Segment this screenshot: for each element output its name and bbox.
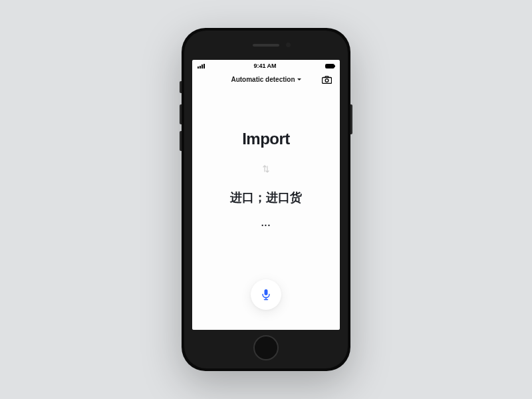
camera-button[interactable] [322,74,332,86]
microphone-icon [261,289,271,301]
screen: 9:41 AM Automatic detection [192,60,340,330]
svg-rect-2 [265,289,268,295]
volume-down-button [180,131,182,151]
mute-switch [180,81,182,93]
camera-icon [322,76,332,84]
mic-area [192,279,340,330]
phone-frame: 9:41 AM Automatic detection [182,28,350,371]
source-text[interactable]: Import [242,130,290,148]
status-signal [198,63,205,68]
status-time: 9:41 AM [253,63,276,69]
svg-rect-0 [323,78,332,84]
status-bar: 9:41 AM [192,60,340,72]
svg-point-1 [325,79,329,82]
earpiece-speaker [253,44,279,47]
app-header: Automatic detection [192,72,340,92]
language-selector[interactable]: Automatic detection [231,76,301,83]
swap-languages-button[interactable] [262,164,270,176]
signal-icon [198,63,205,68]
target-text[interactable]: 进口；进口货 [230,190,302,205]
volume-up-button [180,104,182,124]
translation-content: Import 进口；进口货 ... [192,92,340,279]
microphone-button[interactable] [251,279,281,310]
swap-icon [262,164,270,174]
battery-icon [325,64,334,68]
power-button [350,104,352,134]
more-results-indicator[interactable]: ... [261,217,271,228]
home-button[interactable] [253,335,279,360]
status-battery [325,64,334,68]
phone-bezel: 9:41 AM Automatic detection [184,31,348,368]
language-selector-label: Automatic detection [231,76,295,83]
front-camera [286,43,291,47]
chevron-down-icon [297,78,301,80]
